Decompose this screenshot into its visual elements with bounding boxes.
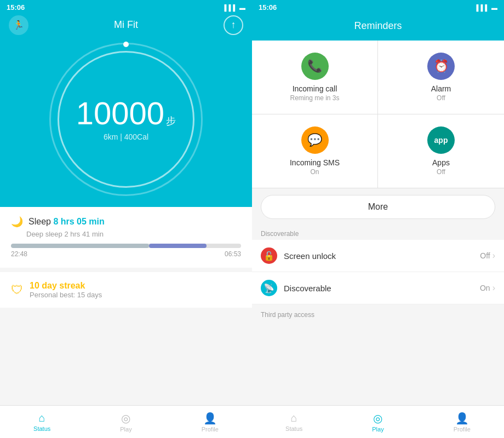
streak-content: 10 day streak Personal best: 15 days [30, 281, 102, 299]
discoverable-icon: 📡 [261, 280, 277, 296]
more-button[interactable]: More [261, 195, 495, 219]
right-signal-icon: ▌▌▌ [477, 4, 489, 11]
right-nav-play[interactable]: ◎ Play [336, 406, 420, 438]
steps-number: 10000 [76, 97, 164, 129]
right-play-icon: ◎ [373, 412, 382, 425]
right-bottom-nav: ⌂ Status ◎ Play 👤 Profile [252, 405, 504, 438]
right-status-bar: 15:06 ▌▌▌ ▬ [252, 0, 504, 15]
left-nav-play-label: Play [120, 426, 131, 433]
steps-detail: 6km | 400Cal [104, 132, 148, 141]
incoming-call-label: Incoming call [293, 84, 337, 93]
streak-icon: 🛡 [11, 283, 23, 297]
screen-unlock-item[interactable]: 🔓 Screen unlock Off › [252, 240, 504, 272]
alarm-icon: ⏰ [427, 53, 455, 80]
sleep-title: Sleep 8 hrs 05 min [28, 217, 105, 227]
left-status-icons: ▌▌▌ ▬ [225, 4, 245, 11]
reminder-apps[interactable]: app Apps Off [378, 114, 504, 188]
left-nav-status[interactable]: ⌂ Status [0, 406, 84, 438]
streak-subtitle: Personal best: 15 days [30, 291, 102, 299]
right-nav-play-label: Play [372, 426, 383, 433]
screen-unlock-label: Screen unlock [284, 251, 480, 261]
sleep-icon: 🌙 [11, 216, 23, 228]
sleep-bar-light [11, 244, 149, 248]
screen-unlock-arrow: › [492, 251, 495, 261]
right-battery-icon: ▬ [491, 4, 497, 11]
steps-circle-container: 10000步 6km | 400Cal [0, 37, 252, 207]
apps-status: Off [437, 168, 445, 176]
left-nav-profile[interactable]: 👤 Profile [168, 406, 252, 438]
run-icon[interactable]: 🏃 [9, 15, 28, 35]
right-home-icon: ⌂ [291, 412, 297, 424]
sleep-subtext: Deep sleep 2 hrs 41 min [26, 230, 241, 238]
right-nav-status[interactable]: ⌂ Status [252, 406, 336, 438]
sleep-duration: 8 hrs 05 min [53, 217, 104, 226]
streak-section[interactable]: 🛡 10 day streak Personal best: 15 days [0, 272, 252, 308]
sms-icon: 💬 [301, 126, 329, 154]
left-status-bar: 15:06 ▌▌▌ ▬ [0, 0, 252, 15]
circle-dot [123, 42, 129, 47]
sleep-header: 🌙 Sleep 8 hrs 05 min [11, 216, 241, 228]
circle-inner: 10000步 6km | 400Cal [58, 51, 194, 188]
incoming-call-status: Reming me in 3s [290, 94, 339, 102]
sleep-bar-deep [149, 244, 207, 248]
sleep-start: 22:48 [11, 250, 27, 258]
apps-icon: app [427, 126, 455, 154]
settings-section: Discoverable 🔓 Screen unlock Off › 📡 Dis… [252, 226, 504, 405]
sleep-bar [11, 244, 241, 248]
sleep-end: 06:53 [225, 250, 241, 258]
reminders-title: Reminders [354, 20, 402, 31]
left-nav-status-label: Status [33, 425, 50, 432]
sleep-section[interactable]: 🌙 Sleep 8 hrs 05 min Deep sleep 2 hrs 41… [0, 207, 252, 268]
discoverable-item[interactable]: 📡 Discoverable On › [252, 272, 504, 304]
steps-display: 10000步 [76, 97, 176, 129]
reminder-incoming-call[interactable]: 📞 Incoming call Reming me in 3s [252, 41, 378, 114]
left-bottom-nav: ⌂ Status ◎ Play 👤 Profile [0, 405, 252, 438]
left-nav-profile-label: Profile [202, 426, 219, 433]
sync-icon[interactable]: ↑ [224, 15, 243, 35]
discoverable-section-label: Discoverable [252, 226, 504, 240]
left-time: 15:06 [7, 3, 25, 11]
right-panel: 15:06 ▌▌▌ ▬ Reminders 📞 Incoming call Re… [252, 0, 504, 438]
right-nav-profile-label: Profile [454, 426, 471, 433]
reminder-alarm[interactable]: ⏰ Alarm Off [378, 41, 504, 114]
reminder-sms[interactable]: 💬 Incoming SMS On [252, 114, 378, 188]
battery-icon: ▬ [239, 4, 245, 11]
left-header: 🏃 Mi Fit ↑ [0, 15, 252, 37]
right-nav-status-label: Status [285, 425, 302, 432]
streak-title: 10 day streak [30, 281, 102, 291]
apps-label: Apps [432, 158, 450, 167]
discoverable-value: On [480, 284, 490, 292]
alarm-status: Off [437, 94, 445, 102]
home-icon: ⌂ [39, 412, 45, 424]
screen-unlock-value: Off [480, 251, 490, 260]
right-nav-profile[interactable]: 👤 Profile [420, 406, 504, 438]
sms-label: Incoming SMS [290, 158, 340, 167]
right-time: 15:06 [259, 3, 277, 11]
discoverable-arrow: › [492, 283, 495, 293]
left-bottom-section: 🌙 Sleep 8 hrs 05 min Deep sleep 2 hrs 41… [0, 207, 252, 438]
app-title: Mi Fit [9, 19, 243, 31]
more-section: More [252, 188, 504, 226]
sleep-times: 22:48 06:53 [11, 250, 241, 258]
reminders-grid: 📞 Incoming call Reming me in 3s ⏰ Alarm … [252, 41, 504, 188]
screen-unlock-icon: 🔓 [261, 247, 277, 264]
incoming-call-icon: 📞 [301, 53, 329, 80]
left-panel: 15:06 ▌▌▌ ▬ 🏃 Mi Fit ↑ 10000步 6km | 400C… [0, 0, 252, 438]
right-profile-icon: 👤 [455, 412, 469, 425]
sleep-bar-container: 22:48 06:53 [11, 244, 241, 258]
discoverable-label: Discoverable [284, 284, 480, 293]
circle-outer: 10000步 6km | 400Cal [49, 43, 203, 196]
play-icon: ◎ [121, 412, 130, 425]
third-party-label: Third party access [252, 304, 504, 321]
left-nav-play[interactable]: ◎ Play [84, 406, 168, 438]
profile-icon: 👤 [203, 412, 217, 425]
signal-icon: ▌▌▌ [225, 4, 237, 11]
right-status-icons: ▌▌▌ ▬ [477, 4, 497, 11]
alarm-label: Alarm [431, 84, 451, 93]
sms-status: On [310, 168, 319, 176]
steps-unit: 步 [166, 116, 176, 126]
right-header: Reminders [252, 15, 504, 41]
